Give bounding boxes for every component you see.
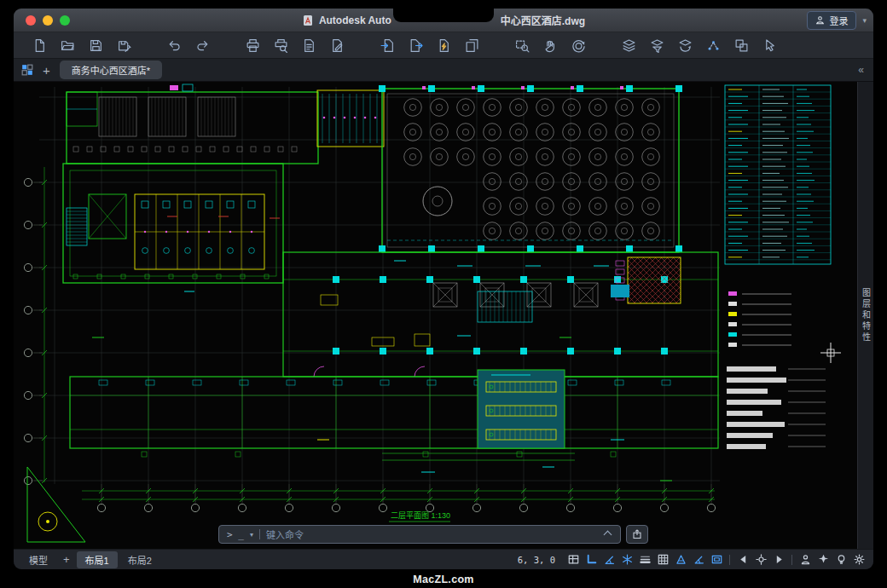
toolbar-group bbox=[241, 35, 350, 55]
new-file-button[interactable] bbox=[27, 35, 52, 55]
login-label: 登录 bbox=[829, 14, 848, 27]
new-layout-button[interactable]: + bbox=[58, 553, 75, 566]
lineweight-icon bbox=[640, 554, 651, 565]
layer-filter-button[interactable] bbox=[645, 35, 670, 55]
page-setup-button[interactable] bbox=[297, 35, 322, 55]
layer-properties-icon bbox=[622, 38, 636, 53]
lineweight-toggle[interactable] bbox=[637, 552, 652, 568]
person-icon bbox=[815, 15, 825, 25]
pan-button[interactable] bbox=[538, 35, 563, 55]
status-divider bbox=[791, 555, 792, 565]
properties-button[interactable] bbox=[325, 35, 350, 55]
plot-preview-icon bbox=[274, 38, 288, 53]
isolate-toggle[interactable] bbox=[833, 552, 849, 568]
point-style-button[interactable] bbox=[701, 35, 726, 55]
angle-toggle[interactable] bbox=[691, 552, 706, 568]
model-space-toggle[interactable] bbox=[565, 552, 581, 568]
window-title-left: Autodesk Auto bbox=[319, 14, 391, 26]
login-button[interactable]: 登录 bbox=[807, 11, 856, 30]
share-button[interactable] bbox=[460, 35, 484, 55]
share-button[interactable] bbox=[626, 525, 648, 544]
layout-grid-button[interactable] bbox=[21, 64, 33, 76]
command-input[interactable]: 键入命令 bbox=[266, 527, 599, 541]
quick-measure-icon bbox=[818, 554, 829, 565]
annotation-monitor-toggle[interactable] bbox=[797, 552, 813, 568]
drawing-caption: 二层平面图 1:130 bbox=[391, 511, 450, 520]
zoom-button[interactable] bbox=[60, 15, 70, 26]
share-icon bbox=[632, 529, 642, 539]
command-prompt: > _ bbox=[227, 529, 244, 540]
open-button[interactable] bbox=[55, 35, 80, 55]
menu-caret-icon[interactable]: ▾ bbox=[862, 16, 867, 25]
isolate-icon bbox=[836, 554, 847, 565]
layer-states-button[interactable] bbox=[673, 35, 698, 55]
redo-icon bbox=[195, 38, 210, 53]
status-bar: 模型 + 布局1 布局2 6, 3, 0 bbox=[14, 549, 873, 569]
ortho-icon bbox=[586, 554, 597, 565]
quick-measure-toggle[interactable] bbox=[815, 552, 831, 568]
layer-properties-button[interactable] bbox=[617, 35, 641, 55]
save-icon bbox=[89, 38, 103, 53]
zoom-window-icon bbox=[515, 38, 530, 53]
app-window: Autodesk Auto 中心西区酒店.dwg 登录 ▾ + 商务中心西区酒 bbox=[14, 9, 873, 569]
export-button[interactable] bbox=[403, 35, 428, 55]
collapse-chevron-icon[interactable] bbox=[604, 530, 612, 539]
gear-icon bbox=[854, 554, 865, 565]
model-tab[interactable]: 模型 bbox=[20, 551, 56, 568]
save-button[interactable] bbox=[84, 35, 108, 55]
command-line[interactable]: > _ ▾ 键入命令 bbox=[218, 525, 621, 544]
cad-drawing[interactable]: 二层平面图 1:130 bbox=[14, 82, 857, 549]
window-controls bbox=[26, 15, 70, 26]
target-icon bbox=[756, 554, 767, 565]
new-file-icon bbox=[32, 38, 47, 53]
command-bar: > _ ▾ 键入命令 bbox=[218, 525, 648, 544]
isodraft-toggle[interactable] bbox=[619, 552, 635, 568]
command-caret-icon[interactable]: ▾ bbox=[250, 531, 253, 539]
annotation-scale-toggle[interactable] bbox=[673, 552, 688, 568]
grid-icon bbox=[658, 554, 669, 565]
toolbar-group bbox=[162, 35, 215, 55]
screen: Autodesk Auto 中心西区酒店.dwg 登录 ▾ + 商务中心西区酒 bbox=[0, 0, 887, 588]
undo-button[interactable] bbox=[162, 35, 187, 55]
polar-toggle[interactable] bbox=[601, 552, 617, 568]
command-divider bbox=[259, 529, 260, 539]
layer-walk-icon bbox=[734, 38, 749, 53]
quick-select-button[interactable] bbox=[757, 35, 782, 55]
collapse-tabs-button[interactable]: « bbox=[856, 65, 866, 75]
drawing-canvas[interactable]: 二层平面图 1:130 > _ ▾ 键入命令 bbox=[14, 82, 857, 549]
plot-icon bbox=[246, 38, 260, 53]
etransmit-icon bbox=[437, 38, 451, 53]
plot-button[interactable] bbox=[241, 35, 265, 55]
prev-toggle[interactable] bbox=[735, 552, 751, 568]
coordinates-display: 6, 3, 0 bbox=[518, 555, 555, 565]
ortho-toggle[interactable] bbox=[583, 552, 599, 568]
orbit-button[interactable] bbox=[566, 35, 591, 55]
layers-properties-panel[interactable]: 图层和特性 bbox=[857, 82, 873, 549]
save-as-button[interactable] bbox=[112, 35, 136, 55]
viewport-toggle[interactable] bbox=[709, 552, 724, 568]
zoom-window-button[interactable] bbox=[510, 35, 535, 55]
minimize-button[interactable] bbox=[43, 15, 53, 26]
layer-walk-button[interactable] bbox=[729, 35, 754, 55]
status-divider bbox=[729, 555, 730, 565]
redo-button[interactable] bbox=[190, 35, 215, 55]
target-toggle[interactable] bbox=[753, 552, 768, 568]
canvas-row: 二层平面图 1:130 > _ ▾ 键入命令 图层和特性 bbox=[14, 82, 873, 549]
status-toggles bbox=[565, 552, 867, 568]
window-title-right: 中心西区酒店.dwg bbox=[501, 13, 585, 27]
polar-icon bbox=[604, 554, 615, 565]
plot-preview-button[interactable] bbox=[269, 35, 293, 55]
grid-toggle[interactable] bbox=[655, 552, 670, 568]
angle-icon bbox=[693, 554, 704, 565]
import-icon bbox=[380, 38, 395, 53]
save-as-icon bbox=[117, 38, 131, 53]
layout2-tab[interactable]: 布局2 bbox=[119, 551, 160, 568]
etransmit-button[interactable] bbox=[432, 35, 456, 55]
import-button[interactable] bbox=[375, 35, 400, 55]
new-tab-button[interactable]: + bbox=[41, 64, 52, 77]
next-toggle[interactable] bbox=[771, 552, 786, 568]
close-button[interactable] bbox=[26, 15, 36, 26]
layout1-tab[interactable]: 布局1 bbox=[77, 551, 118, 568]
gear-toggle[interactable] bbox=[851, 552, 867, 568]
drawing-tab[interactable]: 商务中心西区酒店* bbox=[60, 61, 162, 79]
